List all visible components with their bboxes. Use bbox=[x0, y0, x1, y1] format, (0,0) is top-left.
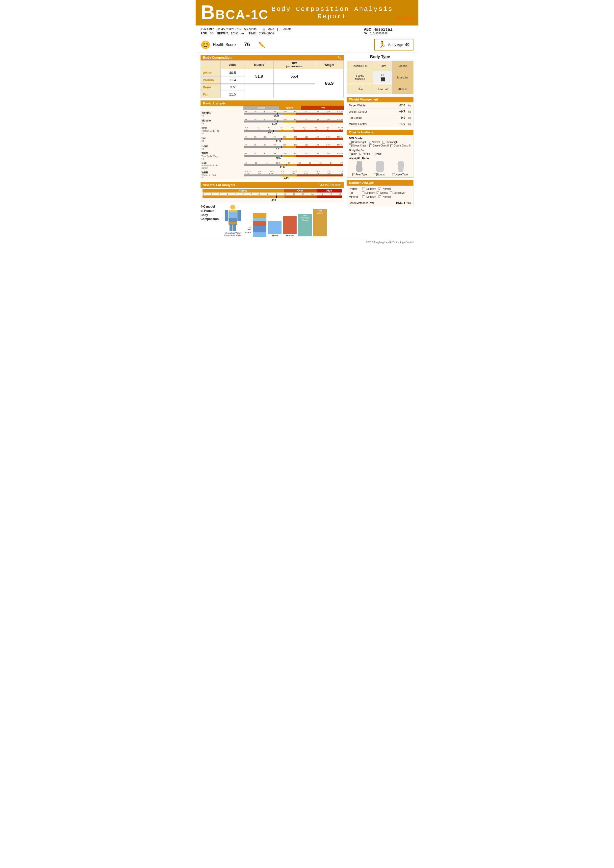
patient-vitals-row: AGE: 40 HEIGHT: 175.0 cm TIME: 2009-08-0… bbox=[201, 32, 364, 35]
forc-labels-col: Fat Bone Protein bbox=[245, 226, 251, 237]
bt-cell-lightly-muscled: LightlyMuscled bbox=[347, 71, 373, 84]
wm-unit-fcontrol: kg bbox=[407, 115, 413, 121]
cb-normal-whr bbox=[374, 173, 376, 176]
ba-bar-tbw: 60708090100110120130140150 % 40.5 bbox=[243, 151, 344, 161]
age-value: 40 bbox=[210, 32, 213, 35]
header-left: BBCA-1C bbox=[201, 3, 269, 22]
body-type-title: Body Type bbox=[347, 55, 413, 59]
ba-label-muscle: Muscle kg bbox=[201, 118, 243, 126]
patient-info: ID/NAME: 12345623421978 / Jack Smith ✓ M… bbox=[196, 25, 418, 37]
ba-th-label bbox=[201, 106, 243, 110]
health-left: 😊 Health Score 76 ✏️ bbox=[201, 40, 375, 50]
ba-label-bmi: BMI Body Mass Index kg/m2 bbox=[201, 161, 243, 170]
bc-th-ffm: FFM(Fat Free Mass) bbox=[274, 60, 315, 69]
health-score-row: 😊 Health Score 76 ✏️ 🏃 Body Age 40 bbox=[196, 37, 418, 53]
ba-bar-muscle: 60708090100110120130140150 % 51.9 bbox=[243, 118, 344, 126]
vf-scale: 1234567891011121314151617 bbox=[202, 193, 342, 195]
bc-ffm-bone bbox=[274, 84, 315, 98]
ba-th-over: Over bbox=[301, 106, 344, 110]
body-type-grid: Invisible Fat Fatty Obese LightlyMuscled… bbox=[347, 60, 413, 94]
whr-options: ✓Pear Type Normal Apple Type bbox=[349, 173, 411, 176]
age-label: AGE: bbox=[201, 32, 208, 35]
visceral-fat-section: Visceral Fat Analysis Visceral Fat Index… bbox=[201, 182, 344, 202]
wm-val-wcontrol: +0.7 bbox=[389, 108, 407, 115]
wm-label-fcontrol: Fat Control bbox=[347, 115, 389, 121]
copyright: ©2010 Tongfang Health Technology Co.,Ltd bbox=[366, 241, 413, 244]
bc-ffm-water: 55.4 bbox=[274, 69, 315, 84]
weight-management-section: Weight Management Target Weight 67.6 kg … bbox=[347, 97, 413, 127]
cb-bf-normal: ✓ bbox=[359, 153, 362, 155]
wm-val-fcontrol: 0.0 bbox=[389, 115, 407, 121]
bt-cell-fatty: Fatty bbox=[373, 61, 392, 71]
footer: ©2010 Tongfang Health Technology Co.,Ltd bbox=[196, 240, 418, 245]
female-checkbox bbox=[277, 28, 280, 31]
forc-bar-ffm: FFM(Fat Free Mass) bbox=[298, 205, 312, 237]
health-score-value: 76 bbox=[238, 41, 256, 48]
bf-options: Low ✓Normal High bbox=[349, 152, 411, 155]
bt-row-1: Invisible Fat Fatty Obese bbox=[347, 61, 413, 71]
nutrition-section: Nutrition Analysis Protein Deficient ✓No… bbox=[347, 180, 413, 206]
forc-bar-muscle: Muscle bbox=[283, 205, 297, 237]
bt-cell-invisible-fat: Invisible Fat bbox=[347, 61, 373, 71]
bmr-value: 1631.1 bbox=[395, 201, 405, 205]
cb-bf-high bbox=[373, 153, 376, 155]
height-label: HEIGHT: bbox=[217, 32, 229, 35]
forc-muscle-label: Muscle bbox=[286, 234, 294, 237]
basic-analysis-section: Basic Analysis Under Normal Over Weight bbox=[201, 101, 344, 180]
cb-underweight bbox=[349, 141, 351, 144]
ba-header-row: Under Normal Over bbox=[201, 106, 344, 110]
wm-row-fcontrol: Fat Control 0.0 kg bbox=[347, 115, 413, 121]
ba-bar-bmi: 10131618.5222528313437 21.8 bbox=[243, 161, 344, 170]
ba-label-whr: WHR Waist-Hip Ratio % bbox=[201, 170, 243, 180]
ba-row-bone: Bone kg 60708090100110120130140150 % bbox=[201, 143, 344, 151]
body-age-box: 🏃 Body Age 40 bbox=[375, 39, 413, 51]
bmi-grade-label: BMI Grade bbox=[349, 137, 411, 140]
ba-row-tbw: TBW Total Body Water kg 6070809010011012… bbox=[201, 151, 344, 161]
bc-row-water: Water 40.5 51.9 55.4 66.9 bbox=[201, 69, 344, 76]
cb-apple bbox=[392, 173, 395, 176]
cb-min-norm: ✓ bbox=[379, 195, 381, 198]
wm-val-target: 67.6 bbox=[389, 102, 407, 108]
cb-obese2 bbox=[369, 144, 372, 147]
cb-pear: ✓ bbox=[352, 173, 355, 176]
na-fat-row: Fat Deficient ✓Normal Excessive bbox=[349, 191, 411, 194]
forc-bar-water: Water bbox=[268, 205, 281, 237]
patient-details-left: ID/NAME: 12345623421978 / Jack Smith ✓ M… bbox=[201, 28, 364, 35]
hospital-tel: Tel: 010-88888888 bbox=[364, 32, 413, 35]
cb-overweight bbox=[382, 141, 385, 144]
bmr-label: Basal Metabolic Rate bbox=[349, 202, 375, 205]
cb-obese1 bbox=[349, 144, 351, 147]
ba-th-normal: Normal bbox=[279, 106, 301, 110]
fit-marker bbox=[381, 78, 385, 81]
bt-cell-thin: Thin bbox=[347, 84, 373, 94]
vf-header: Visceral Fat Analysis Visceral Fat Index bbox=[201, 182, 344, 188]
vf-bar-section: Normal Over High 12345678910111213141516… bbox=[201, 188, 344, 202]
ba-row-fat: Fat kg 60708090100110120130140150 % bbox=[201, 135, 344, 143]
bmi-row1: Underweight ✓Normal Overweight bbox=[349, 141, 411, 144]
runner-icon: 🏃 bbox=[378, 41, 386, 48]
ba-header: Basic Analysis bbox=[201, 101, 344, 106]
cb-protein-norm: ✓ bbox=[379, 188, 381, 190]
ba-label-tbw: TBW Total Body Water kg bbox=[201, 151, 243, 161]
human-figure: Intracellular Water Extracellular Water bbox=[223, 205, 242, 236]
hospital-info: ABC Hospital Tel: 010-88888888 bbox=[364, 28, 413, 35]
health-score-label: Health Score bbox=[213, 43, 236, 47]
ba-label-weight: Weight kg bbox=[201, 110, 243, 118]
body-composition-section: Body Composition kg Value Muscle FFM(Fat… bbox=[201, 55, 344, 98]
cb-protein-def bbox=[362, 188, 365, 190]
time-label: TIME: bbox=[249, 32, 257, 35]
cb-fat-exc bbox=[390, 192, 392, 194]
normal-shape bbox=[376, 161, 384, 172]
na-protein-row: Protein Deficient ✓Normal bbox=[349, 187, 411, 190]
bc-val-protein: 11.4 bbox=[221, 76, 245, 84]
oa-header: Obesity Analysis bbox=[347, 130, 413, 135]
ba-row-bmi: BMI Body Mass Index kg/m2 10131618.52225… bbox=[201, 161, 344, 170]
wm-row-target: Target Weight 67.6 kg bbox=[347, 102, 413, 108]
bmi-row2: Obese Class I Obese Class II Obese Class… bbox=[349, 144, 411, 147]
right-column: Body Type Invisible Fat Fatty Obese Ligh… bbox=[347, 55, 413, 237]
height-unit: cm bbox=[240, 32, 244, 35]
body-age-value: 40 bbox=[405, 43, 409, 47]
obesity-analysis-section: Obesity Analysis BMI Grade Underweight ✓… bbox=[347, 130, 413, 178]
ba-row-weight: Weight kg 60708090100110120130140150 % bbox=[201, 110, 344, 118]
ba-label-bone: Bone kg bbox=[201, 143, 243, 151]
